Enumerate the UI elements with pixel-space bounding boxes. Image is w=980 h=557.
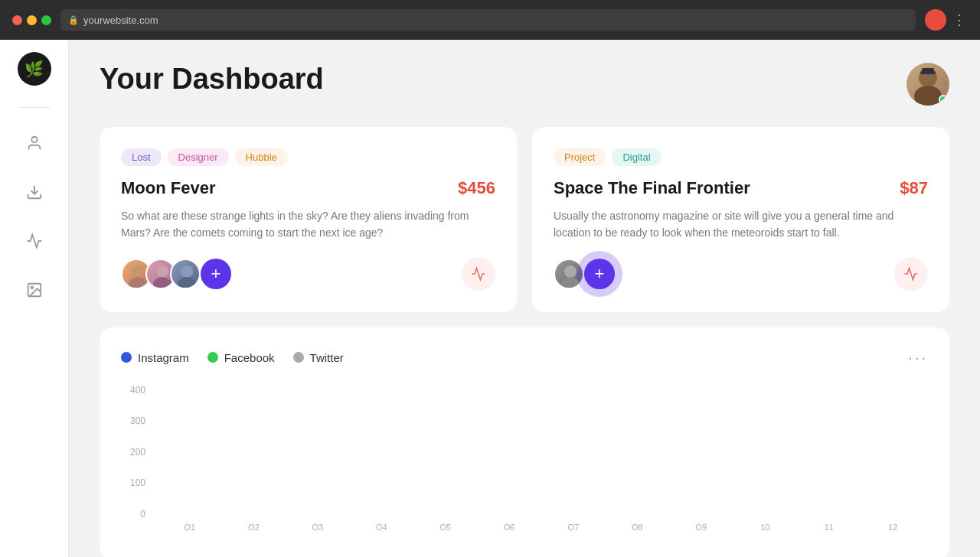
main-content: Your Dashboard Lost bbox=[69, 40, 980, 557]
sidebar-item-image[interactable] bbox=[21, 276, 48, 304]
card-header-2: Space The Final Frontier $87 bbox=[554, 178, 928, 198]
sidebar-divider bbox=[19, 107, 50, 108]
svg-point-13 bbox=[178, 277, 196, 289]
chart-legend: Instagram Facebook Twitter ··· bbox=[121, 349, 928, 366]
x-label-10: 10 bbox=[733, 523, 798, 532]
chart-bars-container: O1 O2 O3 O4 O5 O6 O7 O8 O9 10 11 12 bbox=[155, 385, 928, 538]
card-tags-2: Project Digital bbox=[554, 148, 928, 166]
x-label-o7: O7 bbox=[541, 523, 606, 532]
card-title-2: Space The Final Frontier bbox=[554, 178, 750, 198]
chart-more-button[interactable]: ··· bbox=[908, 349, 928, 366]
add-member-button-2[interactable]: + bbox=[584, 259, 615, 289]
cards-row: Lost Designer Hubble Moon Fever $456 So … bbox=[100, 127, 949, 312]
x-label-11: 11 bbox=[797, 523, 861, 532]
legend-instagram: Instagram bbox=[121, 351, 189, 364]
logo-icon: 🌿 bbox=[24, 60, 44, 78]
card-tags: Lost Designer Hubble bbox=[121, 148, 495, 166]
legend-label-facebook: Facebook bbox=[224, 351, 275, 364]
avatar-4 bbox=[554, 259, 584, 289]
address-bar[interactable]: 🔒 yourwebsite.com bbox=[60, 9, 916, 31]
legend-dot-instagram bbox=[121, 352, 132, 363]
chart-section: Instagram Facebook Twitter ··· 400 300 2… bbox=[100, 327, 949, 557]
card-description-2: Usually the astronomy magazine or site w… bbox=[554, 207, 928, 242]
browser-profile-icon[interactable] bbox=[925, 9, 946, 31]
card-description: So what are these strange lights in the … bbox=[121, 207, 495, 242]
sidebar-item-download[interactable] bbox=[21, 178, 48, 206]
card-title: Moon Fever bbox=[121, 178, 215, 198]
card-footer-2: + bbox=[554, 257, 928, 291]
x-label-12: 12 bbox=[861, 523, 926, 532]
tag-project: Project bbox=[554, 148, 606, 166]
tag-lost: Lost bbox=[121, 148, 162, 166]
card-moon-fever: Lost Designer Hubble Moon Fever $456 So … bbox=[100, 127, 517, 312]
user-avatar[interactable] bbox=[906, 63, 949, 106]
maximize-dot[interactable] bbox=[41, 15, 51, 25]
lock-icon: 🔒 bbox=[68, 15, 79, 25]
y-label-300: 300 bbox=[130, 415, 145, 426]
legend-dot-facebook bbox=[207, 352, 218, 363]
card-space-frontier: Project Digital Space The Final Frontier… bbox=[532, 127, 949, 312]
legend-dot-twitter bbox=[293, 352, 304, 363]
team-avatars-2: + bbox=[554, 259, 615, 289]
card-footer: + bbox=[121, 257, 495, 291]
browser-controls: ⋮ bbox=[925, 9, 968, 31]
browser-menu-icon[interactable]: ⋮ bbox=[952, 11, 968, 28]
sidebar-item-activity[interactable] bbox=[21, 227, 48, 255]
bar-chart: 400 300 200 100 0 bbox=[121, 385, 928, 538]
svg-point-5 bbox=[914, 86, 942, 106]
svg-point-8 bbox=[132, 265, 144, 278]
chart-bars bbox=[155, 385, 928, 520]
card-price-2: $87 bbox=[900, 178, 928, 198]
app: 🌿 bbox=[0, 40, 980, 557]
svg-point-9 bbox=[129, 277, 147, 289]
activity-button-2[interactable] bbox=[894, 257, 928, 291]
legend-label-twitter: Twitter bbox=[310, 351, 344, 364]
legend-twitter: Twitter bbox=[293, 351, 344, 364]
sidebar-logo[interactable]: 🌿 bbox=[18, 52, 51, 86]
x-label-o2: O2 bbox=[222, 523, 286, 532]
y-label-100: 100 bbox=[130, 477, 145, 488]
tag-digital: Digital bbox=[612, 148, 661, 166]
y-label-200: 200 bbox=[130, 447, 145, 458]
sidebar-item-user[interactable] bbox=[21, 129, 48, 157]
svg-point-14 bbox=[564, 265, 577, 278]
add-member-button[interactable]: + bbox=[201, 259, 231, 289]
x-label-o3: O3 bbox=[286, 523, 350, 532]
x-label-o9: O9 bbox=[669, 523, 733, 532]
card-header: Moon Fever $456 bbox=[121, 178, 495, 198]
activity-button-1[interactable] bbox=[462, 257, 495, 291]
tag-designer: Designer bbox=[168, 148, 229, 166]
y-label-400: 400 bbox=[130, 385, 145, 396]
page-header: Your Dashboard bbox=[100, 63, 949, 106]
team-avatars: + bbox=[121, 259, 231, 289]
avatar-3 bbox=[170, 259, 201, 289]
browser-dots bbox=[12, 15, 51, 25]
sidebar: 🌿 bbox=[0, 40, 69, 557]
svg-point-11 bbox=[153, 277, 172, 289]
y-axis: 400 300 200 100 0 bbox=[121, 385, 152, 520]
tag-hubble: Hubble bbox=[235, 148, 288, 166]
x-axis-labels: O1 O2 O3 O4 O5 O6 O7 O8 O9 10 11 12 bbox=[155, 523, 928, 532]
online-indicator bbox=[939, 95, 948, 104]
x-label-o4: O4 bbox=[350, 523, 414, 532]
x-label-o6: O6 bbox=[478, 523, 542, 532]
legend-label-instagram: Instagram bbox=[138, 351, 189, 364]
x-label-o1: O1 bbox=[158, 523, 222, 532]
minimize-dot[interactable] bbox=[27, 15, 37, 25]
browser-chrome: 🔒 yourwebsite.com ⋮ bbox=[0, 0, 980, 40]
page-title: Your Dashboard bbox=[100, 63, 324, 96]
card-price: $456 bbox=[458, 178, 495, 198]
x-label-o5: O5 bbox=[413, 523, 478, 532]
y-label-0: 0 bbox=[140, 509, 145, 520]
close-dot[interactable] bbox=[12, 15, 22, 25]
url-text: yourwebsite.com bbox=[83, 15, 158, 26]
svg-rect-7 bbox=[922, 68, 934, 74]
svg-point-0 bbox=[31, 137, 37, 142]
svg-point-12 bbox=[181, 265, 193, 278]
svg-point-15 bbox=[561, 277, 580, 289]
svg-point-10 bbox=[156, 265, 168, 278]
svg-point-3 bbox=[31, 286, 33, 288]
x-label-o8: O8 bbox=[606, 523, 670, 532]
legend-facebook: Facebook bbox=[207, 351, 275, 364]
